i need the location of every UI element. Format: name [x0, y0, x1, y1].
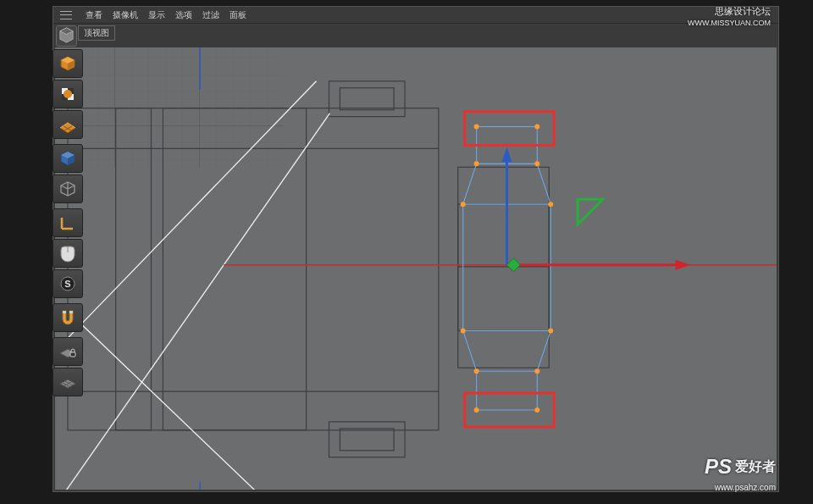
menu-display[interactable]: 显示: [148, 9, 165, 21]
svg-point-23: [534, 125, 539, 130]
viewport-grid: [55, 47, 309, 174]
svg-point-31: [534, 368, 539, 374]
svg-marker-37: [676, 260, 691, 270]
svg-rect-11: [458, 167, 549, 368]
menu-options[interactable]: 选项: [175, 9, 192, 21]
toolbar-separator: [53, 300, 83, 302]
tool-axis[interactable]: [53, 208, 83, 237]
svg-point-29: [548, 328, 553, 333]
watermark-brand: PS爱好者: [705, 455, 776, 479]
menu-panel[interactable]: 面板: [230, 9, 246, 21]
annotation-highlights: [465, 112, 555, 427]
svg-point-22: [474, 125, 479, 130]
app-window: 查看 摄像机 显示 选项 过滤 面板 顶视图: [53, 6, 779, 492]
toolbar-separator: [53, 141, 83, 142]
svg-point-33: [534, 407, 539, 413]
svg-point-28: [461, 328, 466, 333]
svg-text:S: S: [64, 279, 70, 289]
svg-rect-51: [69, 311, 73, 313]
svg-point-26: [461, 202, 466, 207]
tool-cube-wire[interactable]: [53, 174, 83, 203]
watermark-title: 思缘设计论坛: [715, 5, 771, 18]
svg-rect-9: [329, 422, 405, 457]
watermark-suburl: www.psahz.com: [715, 483, 776, 492]
selected-vertices: [461, 125, 553, 413]
svg-point-30: [474, 368, 479, 374]
ps-logo: PS: [705, 455, 732, 479]
tool-workplane-lock[interactable]: [53, 337, 83, 366]
watermark-url: WWW.MISSYUAN.COM: [688, 19, 771, 27]
tool-workplane[interactable]: [53, 368, 83, 396]
tool-mouse[interactable]: [53, 239, 83, 268]
svg-point-27: [548, 202, 553, 207]
svg-point-32: [474, 407, 479, 413]
svg-point-44: [64, 90, 72, 98]
tool-snap[interactable]: S: [53, 269, 83, 298]
svg-rect-50: [63, 311, 66, 313]
svg-rect-10: [340, 429, 394, 451]
menu-icon[interactable]: [60, 11, 72, 19]
view-label: 顶视图: [78, 25, 115, 41]
menu-camera[interactable]: 摄像机: [113, 9, 138, 21]
tool-plane[interactable]: [53, 110, 83, 139]
watermark-brand-text: 爱好者: [735, 458, 776, 476]
svg-rect-1: [55, 47, 284, 168]
svg-marker-38: [506, 258, 520, 272]
tool-cube-blue[interactable]: [53, 144, 83, 173]
svg-rect-52: [70, 352, 75, 357]
tool-magnet[interactable]: [53, 303, 83, 332]
svg-rect-12: [458, 204, 549, 330]
svg-line-16: [64, 307, 259, 490]
svg-point-24: [474, 161, 479, 166]
viewport[interactable]: [55, 47, 777, 490]
svg-rect-7: [329, 81, 405, 117]
move-gizmo: [502, 147, 691, 271]
toolbar-separator: [53, 334, 83, 335]
svg-marker-35: [502, 147, 512, 162]
selected-polygon: [463, 127, 551, 410]
svg-rect-40: [465, 393, 555, 427]
toolbar-separator: [53, 205, 83, 207]
tool-material[interactable]: [53, 80, 83, 108]
tool-cube[interactable]: [53, 49, 83, 78]
svg-point-25: [534, 161, 539, 166]
view-cube-icon[interactable]: [56, 25, 77, 47]
menu-view[interactable]: 查看: [86, 9, 102, 21]
left-toolbar: S: [53, 49, 85, 396]
svg-rect-39: [465, 112, 555, 146]
menu-filter[interactable]: 过滤: [202, 9, 219, 21]
viewport-menubar: 查看 摄像机 显示 选项 过滤 面板: [53, 7, 778, 24]
svg-rect-8: [340, 88, 394, 110]
